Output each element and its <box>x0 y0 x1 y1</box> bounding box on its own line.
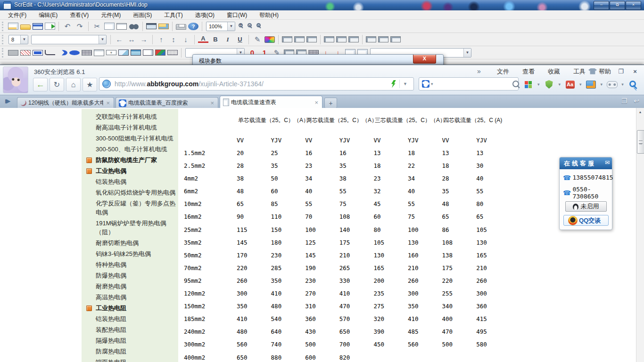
dropdown-caret-icon[interactable]: ▼ <box>463 49 471 57</box>
layout-8-icon[interactable] <box>378 36 388 42</box>
home-button[interactable]: ⌂ <box>66 78 81 91</box>
search-box[interactable]: ▾ <box>419 77 519 90</box>
tab-close-icon[interactable]: × <box>105 99 111 107</box>
url-dropdown-caret-icon[interactable]: ▼ <box>400 82 411 86</box>
speed-lightning-icon[interactable] <box>391 80 396 88</box>
rect-filled-icon[interactable] <box>33 50 43 56</box>
layout-3-icon[interactable] <box>306 36 317 42</box>
copy-icon[interactable] <box>104 23 115 30</box>
redo-icon[interactable]: ↷ <box>74 21 85 32</box>
font-color-icon[interactable]: A <box>198 36 208 43</box>
sidebar-item[interactable]: 工业热电阻 <box>82 303 178 313</box>
apps-grid-icon[interactable] <box>522 79 534 90</box>
caret-icon[interactable]: ▾ <box>618 82 627 87</box>
search-magnifier-icon[interactable] <box>512 81 519 87</box>
layout-7-icon[interactable] <box>366 36 376 42</box>
qq-offline-button[interactable]: 未启用 <box>565 201 607 212</box>
cut-icon[interactable]: ✂ <box>92 21 102 32</box>
save-icon[interactable] <box>33 23 43 30</box>
align-center-h-icon[interactable]: ↔ <box>126 34 137 45</box>
dialog-close-button[interactable]: X <box>413 55 436 64</box>
new-screen-icon[interactable] <box>146 23 157 29</box>
address-bar[interactable]: http://www.abbtkgroup.com/xujinli-Articl… <box>99 77 414 90</box>
align-right-icon[interactable]: → <box>139 34 149 45</box>
align-left-icon[interactable]: ← <box>114 34 124 45</box>
browser-menu-file[interactable]: 文件 <box>490 67 516 76</box>
rect-gray-icon[interactable] <box>8 50 18 56</box>
sidebar-item[interactable]: 耐磨切断热电偶 <box>82 238 178 248</box>
scrollbar-thumb[interactable] <box>637 130 644 154</box>
panel-element-icon[interactable] <box>143 49 153 56</box>
reopen-closed-tab-icon[interactable]: ↩ <box>634 97 639 105</box>
sidebar-item[interactable]: 工业热电偶 <box>82 165 178 176</box>
rect-plus-icon[interactable]: + <box>106 50 116 55</box>
login-key-icon[interactable] <box>627 79 639 90</box>
screenshot-icon[interactable] <box>586 79 597 90</box>
pen-icon[interactable]: ✎ <box>252 34 263 45</box>
tab-close-icon[interactable]: × <box>314 99 319 106</box>
paste-icon[interactable] <box>116 23 127 30</box>
arc-icon[interactable] <box>57 50 67 56</box>
skin-button[interactable] <box>586 66 600 76</box>
layout-5-icon[interactable] <box>336 36 347 42</box>
layout-1-icon[interactable] <box>282 36 292 42</box>
screedit-menu-option[interactable]: 选项(O) <box>189 10 221 20</box>
zoom-out-icon[interactable]: − <box>248 23 252 27</box>
zoom-in-icon[interactable]: + <box>239 23 243 27</box>
new-tab-button[interactable]: + <box>324 98 337 108</box>
font-size[interactable]: 8▼ <box>8 35 28 44</box>
favorite-star-button[interactable]: ★ <box>83 78 97 91</box>
browser-menu-favorites[interactable]: 收藏 <box>541 67 567 76</box>
search-engine-caret-icon[interactable]: ▾ <box>429 82 435 86</box>
polyline-icon[interactable] <box>45 50 55 55</box>
dropdown-caret-icon[interactable]: ▼ <box>227 22 235 31</box>
screedit-close-button[interactable]: × <box>626 1 641 10</box>
layout-9-icon[interactable] <box>390 36 401 42</box>
dropdown-caret-icon[interactable]: ▼ <box>20 35 28 44</box>
sidebar-item[interactable]: 铠装热电偶 <box>82 176 178 187</box>
sidebar-item[interactable]: 铠装热电阻 <box>82 313 178 324</box>
url-text[interactable]: http://www.abbtkgroup.com/xujinli-Articl… <box>115 80 389 88</box>
sidebar-item[interactable]: 端面热电阻 <box>82 357 178 362</box>
search-input[interactable] <box>438 80 512 88</box>
back-button[interactable]: ← <box>33 78 48 91</box>
browser-close-button[interactable]: × <box>628 66 642 76</box>
help-icon[interactable]: ? <box>188 23 198 30</box>
screedit-restore-button[interactable]: ⧉ <box>610 1 625 10</box>
zoom-level[interactable]: 100%▼ <box>206 22 235 31</box>
clone-tab-icon[interactable]: ❐ <box>621 97 627 105</box>
sidebar-item[interactable]: 特种热电偶 <box>82 259 178 270</box>
baidu-search-icon[interactable] <box>422 80 429 88</box>
find-icon[interactable] <box>129 23 139 30</box>
ellipse-icon[interactable] <box>69 50 80 55</box>
align-top-icon[interactable]: ↑ <box>156 34 166 45</box>
caret-icon[interactable]: ▾ <box>534 82 543 87</box>
refresh-button[interactable]: ↻ <box>50 78 64 91</box>
rect-hatched-icon[interactable] <box>20 50 31 56</box>
screedit-menu-component[interactable]: 元件(M) <box>95 10 127 20</box>
browser-restore-button[interactable]: ❐ <box>614 66 628 76</box>
pattern-icon[interactable] <box>82 50 92 56</box>
security-shield-icon[interactable] <box>544 79 555 90</box>
color-picker-icon[interactable] <box>264 36 275 43</box>
sidebar-item[interactable]: 装配热电阻 <box>82 324 178 335</box>
browser-menu-view[interactable]: 查看 <box>516 67 541 76</box>
screedit-menu-view[interactable]: 查看(V) <box>64 10 95 20</box>
screedit-menu-file[interactable]: 文件(F) <box>2 10 33 20</box>
sidebar-item[interactable]: 300-500阻燃电子计算机电缆 <box>82 133 178 144</box>
screedit-menu-window[interactable]: 窗口(W) <box>221 10 253 20</box>
screedit-menu-edit[interactable]: 编辑(E) <box>33 10 64 20</box>
zoom-region-icon[interactable] <box>256 23 261 27</box>
sidebar-item[interactable]: 耐高温电子计算机电缆 <box>82 122 178 133</box>
screedit-titlebar[interactable]: ScrEdit - C:\Users\Administrator\Documen… <box>0 0 644 10</box>
sidebar-item[interactable]: 防鼠防蚁电缆生产厂家 <box>82 155 178 165</box>
sidebar-item[interactable]: 耐磨热电偶 <box>82 281 178 292</box>
print-icon[interactable] <box>176 24 186 30</box>
new-file-icon[interactable] <box>8 23 18 30</box>
screedit-minimize-button[interactable]: – <box>594 1 609 10</box>
toolbar-grip[interactable] <box>2 48 5 58</box>
screedit-menu-help[interactable]: 帮助(H) <box>253 10 285 20</box>
hmi-element-icon[interactable] <box>155 49 165 56</box>
caret-icon[interactable]: ▾ <box>597 82 606 87</box>
games-icon[interactable] <box>606 79 618 90</box>
